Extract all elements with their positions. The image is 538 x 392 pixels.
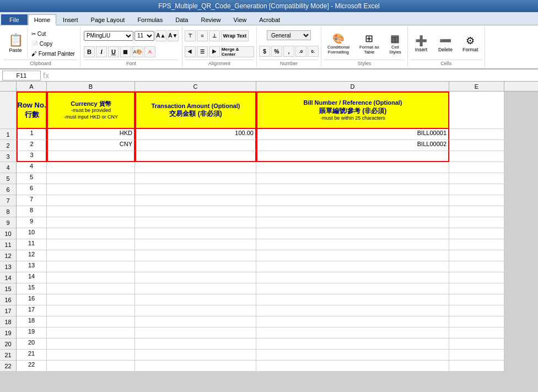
cell-d-1[interactable]: BILL00001 [256,129,449,140]
cut-button[interactable]: ✂ Cut [30,30,77,37]
cell-e-12[interactable] [449,250,504,261]
cell-d-18[interactable] [256,316,449,327]
wrap-text-button[interactable]: Wrap Text [221,30,249,41]
increase-font-size-button[interactable]: A▲ [155,30,166,41]
row-num-4[interactable]: 4 [0,162,17,173]
percent-button[interactable]: % [271,46,282,57]
cell-c-20[interactable] [135,339,256,350]
cell-e-9[interactable] [449,217,504,228]
delete-cells-button[interactable]: ➖ Delete [434,33,456,54]
cell-e-17[interactable] [449,305,504,316]
cell-d-14[interactable] [256,272,449,283]
cell-e-16[interactable] [449,294,504,305]
cell-reference-box[interactable] [2,71,41,80]
row-num-2[interactable]: 2 [0,140,17,151]
cell-a-10[interactable]: 10 [17,228,47,239]
row-num-21[interactable]: 21 [0,350,17,361]
cell-d-22[interactable] [256,361,449,372]
align-bottom-button[interactable]: ⊥ [209,30,220,41]
cell-styles-button[interactable]: ▦ CellStyles [385,31,405,56]
paste-button[interactable]: 📋 Paste [3,28,28,60]
cell-a-22[interactable]: 22 [17,361,47,372]
cell-a-14[interactable]: 14 [17,272,47,283]
cell-c-4[interactable] [135,162,256,173]
tab-review[interactable]: Review [195,14,227,25]
cell-b-8[interactable] [47,206,135,217]
cell-c-15[interactable] [135,283,256,294]
cell-d-11[interactable] [256,239,449,250]
decrease-font-size-button[interactable]: A▼ [168,30,179,41]
cell-a-15[interactable]: 15 [17,283,47,294]
cell-a-21[interactable]: 21 [17,350,47,361]
row-num-20[interactable]: 20 [0,339,17,350]
cell-c-22[interactable] [135,361,256,372]
cell-c-16[interactable] [135,294,256,305]
cell-c-18[interactable] [135,316,256,327]
align-top-button[interactable]: ⊤ [185,30,196,41]
merge-center-button[interactable]: Merge & Center [221,46,254,57]
row-num-10[interactable]: 10 [0,228,17,239]
cell-b-7[interactable] [47,195,135,206]
cell-c-14[interactable] [135,272,256,283]
cell-c-17[interactable] [135,305,256,316]
row-num-1[interactable]: 1 [0,129,17,140]
cell-c-3[interactable] [135,151,256,162]
cell-a-9[interactable]: 9 [17,217,47,228]
cell-a-8[interactable]: 8 [17,206,47,217]
cell-b-1[interactable]: HKD [47,129,135,140]
cell-c-13[interactable] [135,261,256,272]
cell-a-12[interactable]: 12 [17,250,47,261]
row-num-7[interactable]: 7 [0,195,17,206]
cell-e-15[interactable] [449,283,504,294]
cell-c-7[interactable] [135,195,256,206]
cell-b-18[interactable] [47,316,135,327]
cell-b-3[interactable] [47,151,135,162]
cell-c-21[interactable] [135,350,256,361]
row-num-11[interactable]: 11 [0,239,17,250]
cell-b-13[interactable] [47,261,135,272]
font-color-button[interactable]: A [144,46,155,57]
row-num-22[interactable]: 22 [0,361,17,372]
cell-b-20[interactable] [47,339,135,350]
tab-page-layout[interactable]: Page Layout [85,14,131,25]
row-num-18[interactable]: 18 [0,316,17,327]
cell-a-20[interactable]: 20 [17,339,47,350]
row-num-header[interactable] [0,92,17,129]
tab-file[interactable]: File [1,14,28,25]
cell-d-17[interactable] [256,305,449,316]
align-right-button[interactable]: ⫸ [209,46,220,57]
cell-b-16[interactable] [47,294,135,305]
row-num-16[interactable]: 16 [0,294,17,305]
cell-e-18[interactable] [449,316,504,327]
cell-c-1[interactable]: 100.00 [135,129,256,140]
row-num-15[interactable]: 15 [0,283,17,294]
row-num-17[interactable]: 17 [0,305,17,316]
cell-e-5[interactable] [449,173,504,184]
format-as-table-button[interactable]: ⊞ Format asTable [356,31,383,56]
cell-b-12[interactable] [47,250,135,261]
tab-acrobat[interactable]: Acrobat [253,14,286,25]
cell-e-10[interactable] [449,228,504,239]
col-header-a[interactable]: A [17,82,47,91]
cell-a-13[interactable]: 13 [17,261,47,272]
border-button[interactable]: ▦ [120,46,131,57]
cell-d-9[interactable] [256,217,449,228]
col-header-c[interactable]: C [135,82,256,91]
cell-a-1[interactable]: 1 [17,129,47,140]
cell-b-17[interactable] [47,305,135,316]
cell-e-4[interactable] [449,162,504,173]
tab-home[interactable]: Home [28,14,56,25]
underline-button[interactable]: U [108,46,119,57]
cell-c-6[interactable] [135,184,256,195]
increase-decimal-button[interactable]: .0 [295,46,306,57]
cell-d-20[interactable] [256,339,449,350]
cell-a-3[interactable]: 3 [17,151,47,162]
tab-insert[interactable]: Insert [57,14,84,25]
bold-button[interactable]: B [84,46,95,57]
font-name-select[interactable]: PMingLiU [84,31,133,41]
cell-d-12[interactable] [256,250,449,261]
italic-button[interactable]: I [96,46,107,57]
row-num-9[interactable]: 9 [0,217,17,228]
cell-b-9[interactable] [47,217,135,228]
cell-d-3[interactable] [256,151,449,162]
